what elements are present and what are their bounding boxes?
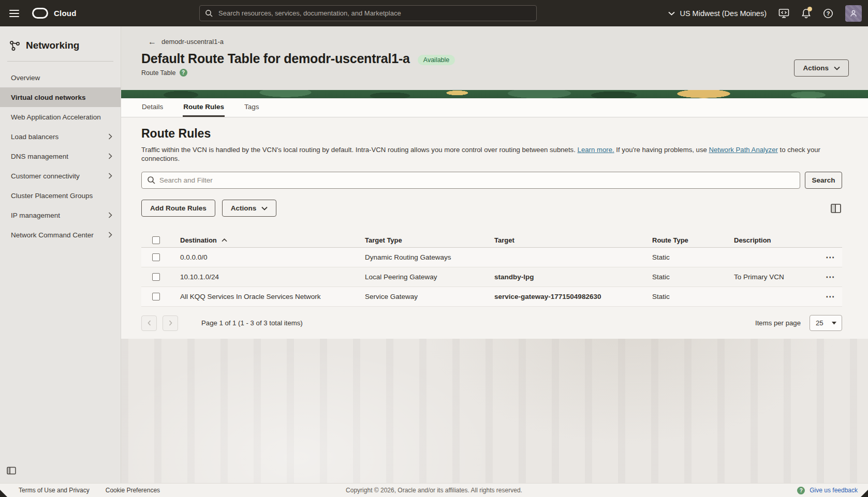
items-per-page-select[interactable]: 25 [810,315,842,331]
sidebar: Networking Overview Virtual cloud networ… [0,26,121,483]
page-title: Default Route Table for demodr-uscentral… [141,51,410,66]
add-route-rules-button[interactable]: Add Route Rules [141,200,215,217]
search-button[interactable]: Search [805,172,842,189]
tab-route-rules[interactable]: Route Rules [183,98,225,117]
row-actions-button[interactable]: ⋯ [826,252,842,263]
cell-target-type: Local Peering Gateway [365,273,494,281]
search-icon [147,176,156,185]
hamburger-icon [9,10,19,11]
column-header-target-type[interactable]: Target Type [365,236,494,244]
global-search[interactable] [199,5,537,21]
column-header-route-type[interactable]: Route Type [652,236,734,244]
region-selector[interactable]: US Midwest (Des Moines) [668,9,767,18]
learn-more-link[interactable]: Learn more. [578,146,614,154]
cell-route-type: Static [652,293,734,300]
devtools-icon [778,8,789,19]
page-header: ← demodr-uscentral1-a Default Route Tabl… [121,26,868,90]
cell-destination: 10.10.1.0/24 [180,273,365,281]
brand: Cloud [32,8,77,19]
table-header-row: Destination Target Type Target Route Typ… [141,233,842,248]
column-header-target[interactable]: Target [494,236,652,244]
row-checkbox[interactable] [152,293,160,300]
collapse-sidebar-button[interactable] [7,466,16,476]
row-actions-button[interactable]: ⋯ [826,291,842,302]
svg-text:?: ? [827,10,830,17]
table-row: 10.10.1.0/24 Local Peering Gateway stand… [141,267,842,287]
chevron-right-icon [108,212,112,218]
devtools-button[interactable] [778,8,789,19]
chevron-down-icon [834,66,840,70]
column-header-destination[interactable]: Destination [180,236,365,244]
content-panel: Route Rules Traffic within the VCN is ha… [121,117,868,339]
filter-input[interactable] [141,172,800,189]
row-checkbox[interactable] [152,273,160,281]
chevron-left-icon [148,320,151,326]
route-rules-table: Destination Target Type Target Route Typ… [141,233,842,307]
tab-tags[interactable]: Tags [244,98,260,117]
user-icon [849,9,858,18]
chevron-right-icon [108,153,112,159]
chevron-down-icon [831,321,837,325]
page-actions-button[interactable]: Actions [794,59,849,77]
pagination: Page 1 of 1 (1 - 3 of 3 total items) Ite… [141,315,842,331]
user-avatar[interactable] [845,5,862,22]
chevron-down-icon [261,206,268,210]
row-checkbox[interactable] [152,253,160,261]
chevron-right-icon [169,320,172,326]
breadcrumb: ← demodr-uscentral1-a [148,26,868,46]
networking-icon [9,40,20,51]
status-badge: Available [418,55,455,65]
filter-search [141,172,800,189]
collapse-panel-icon [7,466,16,475]
sidebar-item-overview[interactable]: Overview [0,68,121,87]
cookie-preferences-link[interactable]: Cookie Preferences [106,487,160,494]
sidebar-item-dns-management[interactable]: DNS management [0,146,121,166]
cell-description: To Primary VCN [734,273,817,281]
sort-ascending-icon [222,238,227,242]
chevron-right-icon [108,173,112,179]
footer: Terms of Use and Privacy Cookie Preferen… [0,483,868,497]
select-all-checkbox[interactable] [152,236,160,244]
notifications-button[interactable] [801,8,811,19]
back-arrow-icon[interactable]: ← [148,38,156,46]
help-icon[interactable]: ? [180,69,187,77]
sidebar-item-load-balancers[interactable]: Load balancers [0,127,121,146]
cell-route-type: Static [652,253,734,261]
sidebar-item-network-command-center[interactable]: Network Command Center [0,225,121,245]
help-icon: ? [797,487,805,494]
global-search-input[interactable] [218,9,531,17]
page-summary: Page 1 of 1 (1 - 3 of 3 total items) [201,319,303,327]
cell-target-type: Dynamic Routing Gateways [365,253,494,261]
hamburger-menu-button[interactable] [2,0,26,26]
next-page-button[interactable] [163,315,178,331]
sidebar-item-cluster-placement-groups[interactable]: Cluster Placement Groups [0,186,121,205]
table-actions-button[interactable]: Actions [222,200,277,217]
decorative-background [121,339,868,483]
cell-destination: All KQQ Services In Oracle Services Netw… [180,293,365,300]
items-per-page-label: Items per page [755,319,801,327]
network-path-analyzer-link[interactable]: Network Path Analyzer [709,146,778,154]
tab-details[interactable]: Details [141,98,164,117]
section-heading: Route Rules [141,117,842,141]
row-actions-button[interactable]: ⋯ [826,272,842,282]
previous-page-button[interactable] [141,315,157,331]
sidebar-item-virtual-cloud-networks[interactable]: Virtual cloud networks [0,87,121,107]
column-settings-button[interactable] [830,202,842,215]
breadcrumb-link[interactable]: demodr-uscentral1-a [161,38,224,46]
sidebar-nav: Overview Virtual cloud networks Web Appl… [0,68,121,245]
cell-target-link[interactable]: standby-lpg [494,273,652,281]
give-feedback-link[interactable]: Give us feedback [810,487,858,494]
sidebar-item-web-application-acceleration[interactable]: Web Application Acceleration [0,107,121,127]
cell-target-type: Service Gateway [365,293,494,300]
columns-icon [830,202,842,215]
help-button[interactable]: ? [823,8,833,19]
terms-link[interactable]: Terms of Use and Privacy [19,487,90,494]
chevron-right-icon [108,232,112,238]
sidebar-item-ip-management[interactable]: IP management [0,205,121,225]
cell-destination: 0.0.0.0/0 [180,253,365,261]
column-header-description[interactable]: Description [734,236,817,244]
sidebar-item-customer-connectivity[interactable]: Customer connectivity [0,166,121,186]
oracle-logo [32,8,48,19]
section-description: Traffic within the VCN is handled by the… [141,145,842,163]
cell-target-link[interactable]: service-gateway-1771504982630 [494,293,652,300]
